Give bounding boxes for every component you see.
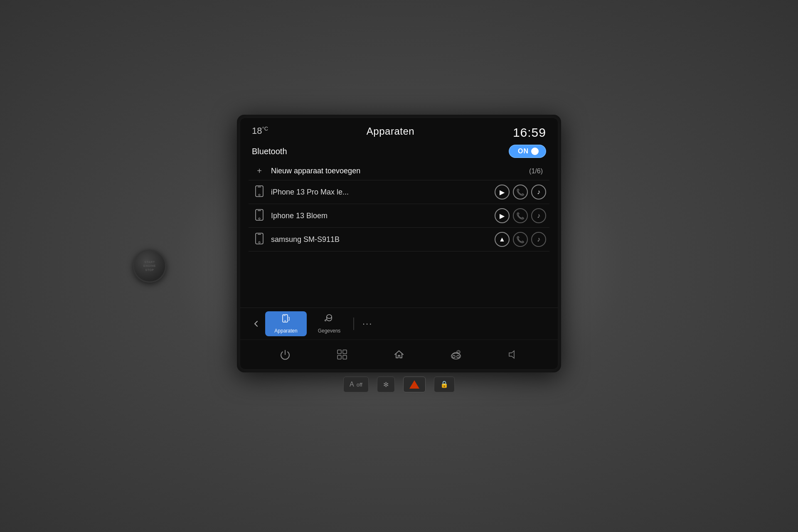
svg-rect-6 [256, 233, 263, 244]
nav-tabs: Apparaten Gegevens ··· [240, 308, 558, 340]
lock-icon: 🔒 [440, 381, 448, 388]
play-btn-2[interactable]: ▶ [495, 208, 510, 223]
temperature-display: 18°C [252, 126, 268, 136]
svg-point-12 [325, 320, 326, 321]
phone-btn-1[interactable]: 📞 [513, 185, 528, 200]
phone-btn-3[interactable]: 📞 [513, 232, 528, 247]
auto-off-button[interactable]: A off [343, 377, 369, 392]
svg-point-18 [453, 355, 455, 358]
bluetooth-label: Bluetooth [252, 147, 287, 156]
device-name-1: iPhone 13 Pro Max le... [271, 188, 495, 197]
physical-controls: A off ✻ 🔒 [343, 377, 455, 392]
screen: 18°C Apparaten 16:59 Bluetooth ON + Nieu… [240, 118, 558, 369]
phone-btn-2[interactable]: 📞 [513, 208, 528, 223]
play-btn-1[interactable]: ▶ [495, 185, 510, 200]
device-name-2: Iphone 13 Bloem [271, 212, 495, 220]
phone-icon-2 [252, 209, 267, 223]
grid-button[interactable] [332, 344, 352, 365]
start-engine-button[interactable]: START ENGINE STOP [133, 249, 166, 283]
bluetooth-row: Bluetooth ON [240, 143, 558, 162]
phone-icon-3 [252, 233, 267, 246]
svg-rect-8 [258, 234, 261, 235]
fan-icon: ✻ [383, 381, 389, 389]
screen-bezel: 18°C Apparaten 16:59 Bluetooth ON + Nieu… [237, 115, 561, 372]
tab-divider [353, 318, 354, 330]
svg-rect-14 [343, 350, 347, 354]
phone-icon-1 [252, 185, 267, 199]
device-row: samsung SM-S911B ▲ 📞 ♪ [249, 228, 549, 251]
svg-rect-13 [337, 350, 341, 354]
start-engine-area: START ENGINE STOP [133, 249, 166, 283]
add-device-row[interactable]: + Nieuw apparaat toevoegen (1/6) [249, 162, 549, 180]
bluetooth-toggle[interactable]: ON [509, 145, 546, 158]
device-actions-1: ▶ 📞 ♪ [495, 185, 546, 200]
apparaten-tab-icon [281, 314, 291, 326]
svg-rect-2 [258, 187, 261, 187]
hazard-triangle-icon [409, 380, 419, 389]
power-button[interactable] [275, 344, 296, 365]
tab-apparaten[interactable]: Apparaten [265, 311, 307, 336]
svg-point-10 [285, 320, 286, 321]
car-settings-button[interactable] [446, 344, 466, 365]
volume-button[interactable] [502, 344, 523, 365]
svg-rect-15 [337, 355, 341, 359]
screen-title: Apparaten [367, 126, 414, 137]
device-counter: (1/6) [529, 167, 543, 175]
nav-btn-3[interactable]: ▲ [495, 232, 510, 247]
music-btn-1[interactable]: ♪ [531, 185, 546, 200]
tab-gegevens-label: Gegevens [318, 328, 341, 334]
devices-list: + Nieuw apparaat toevoegen (1/6) iPhone … [240, 162, 558, 308]
status-bar: 18°C Apparaten 16:59 [240, 118, 558, 143]
start-label-2: ENGINE [143, 264, 156, 268]
device-actions-2: ▶ 📞 ♪ [495, 208, 546, 223]
svg-marker-21 [509, 351, 514, 358]
svg-point-1 [259, 194, 260, 196]
back-button[interactable] [249, 316, 264, 331]
fan-button[interactable]: ✻ [377, 377, 395, 392]
music-btn-2[interactable]: ♪ [531, 208, 546, 223]
gegevens-tab-icon [324, 314, 334, 326]
svg-point-19 [457, 355, 459, 358]
add-device-label: Nieuw apparaat toevoegen [271, 167, 529, 175]
tab-gegevens[interactable]: Gegevens [308, 311, 350, 336]
device-row: iPhone 13 Pro Max le... ▶ 📞 ♪ [249, 180, 549, 204]
home-button[interactable] [389, 344, 409, 365]
auto-off-label: off [357, 382, 362, 388]
dashboard: START ENGINE STOP 18°C Apparaten 16:59 B… [0, 0, 798, 532]
auto-off-icon: A [350, 381, 354, 388]
svg-rect-3 [256, 209, 263, 220]
svg-point-4 [259, 218, 260, 219]
device-actions-3: ▲ 📞 ♪ [495, 232, 546, 247]
time-display: 16:59 [513, 126, 546, 140]
svg-rect-16 [343, 355, 347, 359]
start-label-3: STOP [145, 268, 154, 272]
svg-rect-5 [258, 210, 261, 211]
svg-rect-11 [283, 315, 286, 316]
svg-point-7 [259, 241, 260, 243]
start-label-1: START [144, 260, 155, 264]
music-btn-3[interactable]: ♪ [531, 232, 546, 247]
hazard-button[interactable] [403, 377, 426, 392]
tab-more[interactable]: ··· [357, 316, 377, 332]
device-row: Iphone 13 Bloem ▶ 📞 ♪ [249, 204, 549, 228]
lock-button[interactable]: 🔒 [434, 377, 455, 392]
control-bar [240, 340, 558, 369]
tab-apparaten-label: Apparaten [274, 328, 297, 334]
device-name-3: samsung SM-S911B [271, 235, 495, 244]
svg-rect-0 [256, 186, 263, 197]
add-icon: + [252, 166, 267, 176]
